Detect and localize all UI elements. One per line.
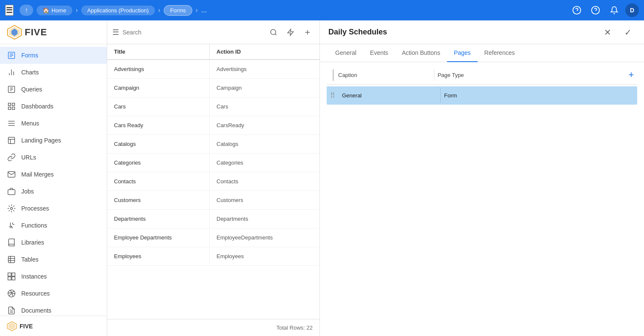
- table-row[interactable]: Cars Cars: [107, 97, 319, 116]
- detail-content: Caption Page Type + ⠿ General Form: [320, 62, 644, 336]
- content-area: ☰ Title Action ID Advertisings Adve: [107, 20, 644, 336]
- sidebar: FIVE Forms Charts Queries Dashboards Men…: [0, 20, 107, 336]
- sidebar-bottom-logo: FIVE: [0, 316, 107, 336]
- lightning-button[interactable]: [284, 26, 297, 39]
- sidebar-item-label-resources: Resources: [21, 290, 50, 297]
- detail-tabs: GeneralEventsAction ButtonsPagesReferenc…: [320, 44, 644, 62]
- libraries-icon: [7, 238, 16, 247]
- list-table: Title Action ID Advertisings Advertising…: [107, 44, 319, 319]
- sidebar-item-documents[interactable]: Documents: [0, 302, 107, 316]
- forms-breadcrumb[interactable]: Forms: [164, 5, 192, 16]
- svg-rect-20: [9, 107, 11, 110]
- sidebar-item-label-instances: Instances: [21, 273, 47, 280]
- page-row[interactable]: ⠿ General Form: [327, 86, 637, 105]
- sidebar-item-queries[interactable]: Queries: [0, 81, 107, 98]
- sidebar-item-jobs[interactable]: Jobs: [0, 183, 107, 200]
- documents-icon: [7, 306, 16, 315]
- home-breadcrumb[interactable]: 🏠 Home: [37, 6, 72, 15]
- table-row[interactable]: Departments Departments: [107, 210, 319, 228]
- sidebar-item-resources[interactable]: Resources: [0, 285, 107, 302]
- table-row[interactable]: Catalogs Catalogs: [107, 135, 319, 154]
- row-action-id: Contacts: [209, 172, 319, 191]
- svg-point-27: [11, 208, 13, 210]
- sidebar-item-libraries[interactable]: Libraries: [0, 234, 107, 251]
- table-row[interactable]: Contacts Contacts: [107, 172, 319, 191]
- svg-line-45: [275, 34, 276, 35]
- upload-icon: ↑: [25, 6, 28, 14]
- mail-merges-icon: [7, 170, 16, 179]
- svg-rect-31: [8, 277, 11, 280]
- logo-text: FIVE: [25, 27, 47, 38]
- row-title: Contacts: [107, 172, 209, 191]
- sidebar-item-label-queries: Queries: [21, 86, 42, 93]
- sidebar-item-label-charts: Charts: [21, 69, 39, 76]
- urls-icon: [7, 153, 16, 162]
- sidebar-item-instances[interactable]: Instances: [0, 268, 107, 285]
- sidebar-item-tables[interactable]: Tables: [0, 251, 107, 268]
- sidebar-item-label-forms: Forms: [21, 52, 38, 59]
- row-action-id: Campaign: [209, 79, 319, 97]
- home-icon: 🏠: [43, 7, 49, 14]
- table-row[interactable]: Cars Ready CarsReady: [107, 116, 319, 135]
- sidebar-item-landing-pages[interactable]: Landing Pages: [0, 132, 107, 149]
- sidebar-item-processes[interactable]: Processes: [0, 200, 107, 217]
- functions-icon: [7, 221, 16, 230]
- landing-pages-icon: [7, 136, 16, 145]
- close-button[interactable]: ✕: [600, 25, 615, 40]
- tab-events[interactable]: Events: [363, 44, 395, 62]
- charts-icon: [7, 68, 16, 77]
- table-row[interactable]: Employees Employees: [107, 247, 319, 266]
- support-icon[interactable]: [569, 3, 584, 18]
- row-title: Customers: [107, 191, 209, 209]
- applications-breadcrumb[interactable]: Applications (Production): [81, 6, 155, 15]
- sidebar-item-label-menus: Menus: [21, 120, 39, 127]
- svg-rect-25: [9, 137, 15, 144]
- sidebar-item-dashboards[interactable]: Dashboards: [0, 98, 107, 115]
- sidebar-item-mail-merges[interactable]: Mail Merges: [0, 166, 107, 183]
- svg-rect-26: [8, 190, 15, 195]
- tab-action-buttons[interactable]: Action Buttons: [395, 44, 447, 62]
- table-row[interactable]: Campaign Campaign: [107, 79, 319, 97]
- table-row[interactable]: Customers Customers: [107, 191, 319, 210]
- tab-pages[interactable]: Pages: [447, 44, 478, 62]
- add-button[interactable]: [301, 26, 314, 39]
- breadcrumb-more[interactable]: ...: [201, 6, 207, 14]
- filter-icon[interactable]: ☰: [112, 28, 119, 37]
- sidebar-item-charts[interactable]: Charts: [0, 64, 107, 81]
- table-row[interactable]: Categories Categories: [107, 154, 319, 172]
- drag-handle[interactable]: ⠿: [327, 91, 339, 100]
- svg-rect-21: [12, 107, 15, 110]
- sidebar-item-label-documents: Documents: [21, 307, 51, 314]
- breadcrumb-arrow-3: ›: [196, 6, 198, 14]
- svg-rect-28: [9, 256, 15, 263]
- sidebar-item-menus[interactable]: Menus: [0, 115, 107, 132]
- menu-icon[interactable]: ☰: [5, 5, 14, 16]
- tab-references[interactable]: References: [478, 44, 522, 62]
- add-page-button[interactable]: +: [625, 69, 637, 81]
- row-action-id: Cars: [209, 97, 319, 116]
- save-button[interactable]: ✓: [620, 25, 635, 40]
- row-title: Departments: [107, 210, 209, 228]
- sidebar-item-functions[interactable]: Functions: [0, 217, 107, 234]
- tables-icon: [7, 255, 16, 264]
- row-action-id: Catalogs: [209, 135, 319, 153]
- upload-button[interactable]: ↑: [20, 5, 33, 16]
- help-icon[interactable]: [588, 3, 603, 18]
- tab-general[interactable]: General: [328, 44, 363, 62]
- sidebar-item-urls[interactable]: URLs: [0, 149, 107, 166]
- user-avatar[interactable]: D: [625, 3, 639, 17]
- list-header: Title Action ID: [107, 44, 319, 60]
- sidebar-item-label-tables: Tables: [21, 256, 38, 263]
- processes-icon: [7, 204, 16, 213]
- sidebar-item-label-urls: URLs: [21, 154, 36, 161]
- table-row[interactable]: Employee Departments EmployeeDepartments: [107, 228, 319, 247]
- table-row[interactable]: Advertisings Advertisings: [107, 60, 319, 79]
- sidebar-item-forms[interactable]: Forms: [0, 47, 107, 64]
- row-title: Catalogs: [107, 135, 209, 153]
- sidebar-logo: FIVE: [0, 20, 107, 44]
- search-button[interactable]: [267, 26, 280, 39]
- list-footer: Total Rows: 22: [107, 319, 319, 336]
- search-input[interactable]: [123, 29, 263, 36]
- row-title: Categories: [107, 154, 209, 172]
- notifications-icon[interactable]: [607, 3, 622, 18]
